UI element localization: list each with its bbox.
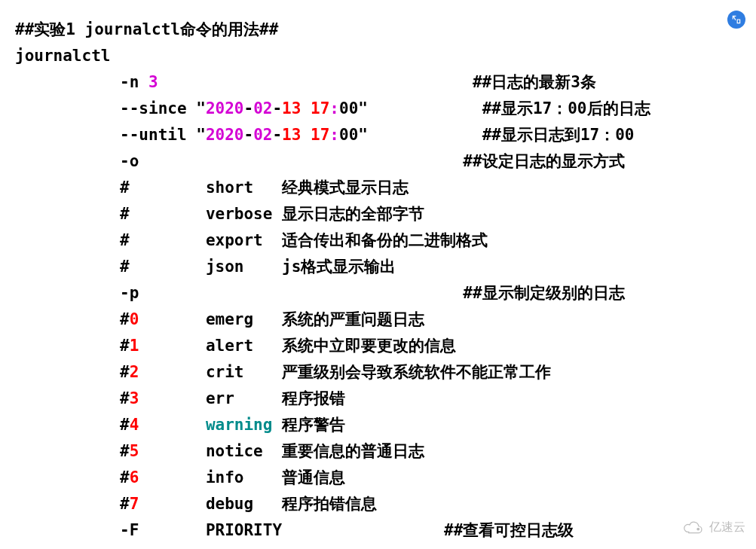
mark: # [120, 442, 130, 460]
arg-priority: PRIORITY [206, 521, 282, 539]
pad [272, 389, 282, 407]
pad [272, 337, 282, 355]
minute: 00 [339, 99, 358, 117]
desc: 程序拍错信息 [282, 495, 377, 513]
pad [15, 416, 120, 434]
pad [15, 310, 120, 328]
pad [15, 126, 120, 144]
pad [15, 284, 120, 302]
pad [272, 416, 282, 434]
day: 13 [282, 126, 301, 144]
mark: # [120, 468, 130, 486]
level-num: 0 [130, 310, 139, 328]
pad [272, 310, 282, 328]
mode: short [206, 178, 273, 197]
comment: ##显示17：00后的日志 [482, 99, 650, 117]
flag-p: -p [120, 284, 139, 302]
pad [15, 389, 120, 407]
year: 2020 [206, 99, 244, 117]
pad [272, 178, 282, 197]
level-name: alert [206, 337, 273, 355]
pad [139, 416, 206, 434]
pad [272, 205, 282, 223]
pad [139, 468, 206, 486]
mode: verbose [206, 205, 273, 223]
mode: json [206, 258, 273, 276]
pad [130, 231, 206, 249]
command-line: journalctl [15, 47, 110, 65]
dash: - [243, 126, 253, 144]
level-num: 5 [130, 442, 139, 460]
mark: # [120, 416, 130, 434]
mark: # [120, 310, 130, 328]
month: 02 [253, 99, 272, 117]
pad [139, 284, 463, 302]
desc: 系统的严重问题日志 [282, 310, 424, 328]
pad [368, 126, 482, 144]
level-name: warning [206, 416, 273, 434]
comment: ##设定日志的显示方式 [463, 152, 624, 170]
desc: 严重级别会导致系统软件不能正常工作 [282, 363, 551, 381]
mark: # [120, 337, 130, 355]
flag-o: -o [120, 152, 139, 170]
desc: 系统中立即要更改的信息 [282, 337, 456, 355]
pad [130, 258, 206, 276]
pad [130, 178, 206, 197]
pad [15, 468, 120, 486]
year: 2020 [206, 126, 244, 144]
mark: # [120, 231, 130, 249]
level-name: err [206, 389, 273, 407]
mark: # [120, 178, 130, 197]
flag-until: --until [120, 126, 196, 144]
pad [272, 258, 282, 276]
desc: js格式显示输出 [282, 258, 396, 276]
mark: # [120, 205, 130, 223]
level-num: 7 [130, 495, 139, 513]
desc: 程序报错 [282, 389, 345, 407]
level-name: debug [206, 495, 273, 513]
mark: # [120, 258, 130, 276]
colon: : [329, 99, 339, 117]
pad [15, 205, 120, 223]
quote: " [358, 99, 368, 117]
dash: - [243, 99, 253, 117]
pad [272, 495, 282, 513]
pad [272, 231, 282, 249]
level-num: 3 [130, 389, 139, 407]
pad [15, 337, 120, 355]
pad [282, 521, 444, 539]
hour: 17 [311, 126, 329, 144]
level-name: emerg [206, 310, 273, 328]
pad [15, 258, 120, 276]
dash: - [272, 126, 282, 144]
comment: ##查看可控日志级 [444, 521, 574, 539]
pad [15, 152, 120, 170]
mark: # [120, 363, 130, 381]
pad [139, 521, 206, 539]
pad [130, 205, 206, 223]
desc: 程序警告 [282, 416, 345, 434]
level-num: 2 [130, 363, 139, 381]
desc: 适合传出和备份的二进制格式 [282, 231, 488, 249]
level-num: 4 [130, 416, 139, 434]
day: 13 [282, 99, 301, 117]
comment: ##日志的最新3条 [473, 73, 596, 91]
level-name: info [206, 468, 273, 486]
mark: # [120, 389, 130, 407]
level-name: notice [206, 442, 273, 460]
colon: : [329, 126, 339, 144]
level-name: crit [206, 363, 273, 381]
pad [139, 152, 463, 170]
space [301, 126, 311, 144]
level-num: 1 [130, 337, 139, 355]
arg-3: 3 [148, 73, 158, 91]
pad [139, 389, 206, 407]
comment: ##显示制定级别的日志 [463, 284, 624, 302]
flag-F: -F [120, 521, 139, 539]
desc: 重要信息的普通日志 [282, 442, 424, 460]
flag-n: -n [120, 73, 148, 91]
translate-badge-icon[interactable] [727, 11, 745, 29]
pad [139, 337, 206, 355]
pad [139, 442, 206, 460]
mode: export [206, 231, 273, 249]
